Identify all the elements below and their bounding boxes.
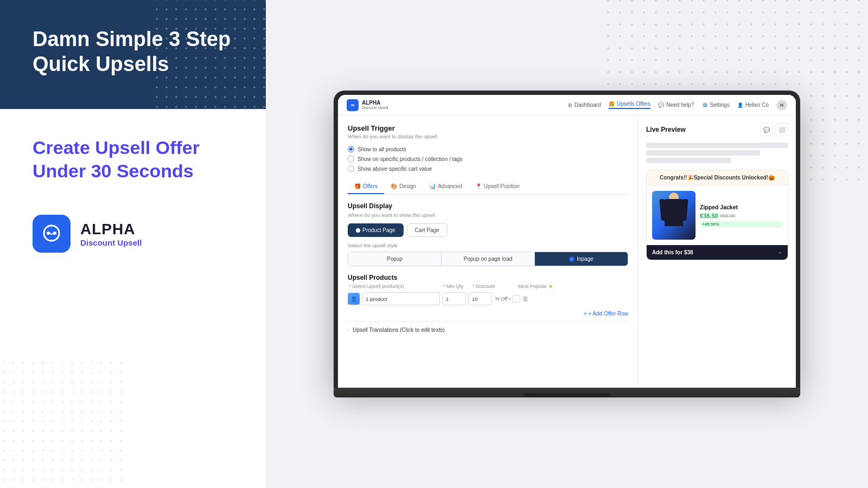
nav-upsells[interactable]: 🍔 Upsells Offers — [609, 101, 651, 109]
add-icon: + — [584, 311, 587, 317]
nav-logo: ∞ ALPHA Discount Upsell — [347, 99, 388, 111]
cart-page-label: Cart Page — [415, 227, 439, 233]
translations-chevron-icon: › — [348, 328, 349, 333]
products-header: * Select Upsell product(s) * Min Qty * D… — [348, 284, 628, 289]
preview-chat-icon[interactable]: 💬 — [760, 123, 773, 136]
radio-unchecked-1 — [348, 156, 354, 162]
translations-row[interactable]: › Upsell Translations (Click to edit tex… — [348, 321, 628, 338]
col-qty: * Min Qty — [443, 284, 470, 289]
radio-specific-products[interactable]: Show on specific products / collection /… — [348, 156, 628, 162]
hero-title: Damn Simple 3 Step Quick Upsells — [33, 27, 239, 76]
add-btn-label: Add this for $38 — [652, 249, 693, 255]
upsells-icon: 🍔 — [609, 101, 615, 107]
tab-upsell-position[interactable]: 📍 Upsell Position — [469, 179, 526, 194]
translations-label: Upsell Translations (Click to edit texts… — [353, 327, 445, 333]
skel-1 — [646, 143, 788, 148]
laptop-screen-outer: ∞ ALPHA Discount Upsell ⊞ Dashboard — [334, 91, 800, 388]
discount-unit-label: % Off — [495, 296, 507, 301]
hero-section: Damn Simple 3 Step Quick Upsells — [0, 0, 266, 109]
tab-advanced[interactable]: 📊 Advanced — [423, 179, 468, 194]
product-name-field[interactable]: 1 product — [362, 292, 440, 305]
style-popup[interactable]: Popup — [348, 252, 442, 266]
cart-page-btn[interactable]: Cart Page — [407, 223, 448, 237]
nav-settings[interactable]: ⚙️ Settings — [702, 102, 730, 108]
delete-row-btn[interactable]: 🗑 — [522, 295, 529, 303]
logo-alpha-label: ALPHA — [80, 221, 142, 238]
brand-logo: ALPHA Discount Upsell — [33, 215, 233, 253]
nav-avatar[interactable]: H — [776, 100, 787, 111]
style-inpage[interactable]: ✓ Inpage — [535, 252, 628, 266]
radio-unchecked-2 — [348, 165, 354, 172]
design-icon: 🎨 — [391, 183, 397, 189]
radio-all-products[interactable]: Show to all products — [348, 146, 628, 152]
col-popular: Most Popular ★ — [518, 284, 561, 289]
radio-all-label: Show to all products — [358, 146, 406, 152]
form-section: Upsell Trigger When do you want to displ… — [338, 115, 639, 388]
discount-field[interactable]: 10 — [468, 292, 492, 305]
preview-add-btn[interactable]: Add this for $38 → — [647, 245, 788, 260]
price-old: €55,00 — [720, 213, 736, 219]
tab-design[interactable]: 🎨 Design — [384, 179, 423, 194]
preview-title: Live Preview — [646, 126, 686, 133]
radio-cart-value[interactable]: Show above specific cart value — [348, 165, 628, 172]
right-panel: ∞ ALPHA Discount Upsell ⊞ Dashboard — [266, 0, 868, 488]
nav-sub: Discount Upsell — [362, 106, 388, 110]
nav-settings-label: Settings — [710, 102, 730, 108]
display-desc: Where do you want to show the upsell — [348, 212, 628, 218]
cta-section: Create Upsell Offer Under 30 Seconds ALP… — [0, 109, 266, 488]
user-icon: 👤 — [737, 102, 743, 108]
style-popup-load[interactable]: Popup on page load — [442, 252, 535, 266]
nav-help[interactable]: 💬 Need help? — [658, 102, 694, 108]
preview-tablet-icon[interactable]: ⬜ — [775, 123, 788, 136]
logo-subtitle: Discount Upsell — [80, 238, 142, 247]
discount-value: 10 — [472, 296, 478, 302]
nav-user-label: Helixo Co — [745, 102, 769, 108]
laptop-mockup: ∞ ALPHA Discount Upsell ⊞ Dashboard — [334, 91, 800, 397]
product-page-label: Product Page — [362, 227, 395, 233]
laptop-base — [334, 388, 800, 397]
style-label: Select the upsell style — [348, 242, 628, 248]
product-page-btn[interactable]: Product Page — [348, 223, 404, 237]
preview-card-body: Zipped Jacket €38,50 €55,00 +45.50% — [647, 185, 788, 245]
skel-2 — [646, 150, 760, 156]
product-row: 👤 1 product 1 10 — [348, 292, 628, 305]
nav-dashboard-label: Dashboard — [575, 102, 601, 108]
add-offer-label: + Add Offer Row — [589, 311, 628, 317]
tab-position-label: Upsell Position — [484, 183, 520, 189]
preview-product-info: Zipped Jacket €38,50 €55,00 +45.50% — [700, 204, 782, 227]
tabs-row: 🎁 Offers 🎨 Design 📊 Advanced — [348, 179, 628, 195]
trigger-radio-group: Show to all products Show on specific pr… — [348, 146, 628, 172]
add-offer-btn[interactable]: + + Add Offer Row — [584, 311, 628, 317]
tab-offers[interactable]: 🎁 Offers — [348, 179, 384, 194]
popular-checkbox[interactable] — [513, 295, 520, 303]
products-title: Upsell Products — [348, 274, 628, 281]
preview-prices: €38,50 €55,00 — [700, 213, 782, 219]
popup-load-label: Popup on page load — [464, 256, 513, 262]
col-product: * Select Upsell product(s) — [349, 284, 441, 289]
nav-items: ⊞ Dashboard 🍔 Upsells Offers 💬 Need help… — [568, 100, 787, 111]
radio-specific-label: Show on specific products / collection /… — [358, 156, 462, 162]
laptop-screen-inner: ∞ ALPHA Discount Upsell ⊞ Dashboard — [338, 95, 796, 388]
discount-unit: % Off ▾ — [495, 296, 510, 301]
preview-icons: 💬 ⬜ — [760, 123, 788, 136]
preview-product-image — [652, 191, 695, 240]
col-discount: * Discount — [473, 284, 516, 289]
tab-offers-label: Offers — [363, 183, 378, 189]
nav-dashboard[interactable]: ⊞ Dashboard — [568, 102, 601, 108]
qty-field[interactable]: 1 — [442, 292, 466, 305]
left-panel: Damn Simple 3 Step Quick Upsells Create … — [0, 0, 266, 488]
nav-user[interactable]: 👤 Helixo Co — [737, 102, 769, 108]
dashboard-icon: ⊞ — [568, 102, 572, 108]
main-area: Upsell Trigger When do you want to displ… — [338, 115, 796, 388]
preview-skeleton — [646, 143, 788, 163]
display-title: Upsell Display — [348, 202, 628, 210]
logo-svg — [41, 223, 62, 245]
price-new: €38,50 — [700, 213, 718, 219]
qty-value: 1 — [446, 296, 449, 302]
product-thumb: 👤 — [348, 293, 360, 305]
top-nav: ∞ ALPHA Discount Upsell ⊞ Dashboard — [338, 95, 796, 115]
offers-icon: 🎁 — [354, 183, 361, 189]
skel-3 — [646, 158, 731, 163]
cta-title: Create Upsell Offer Under 30 Seconds — [33, 136, 233, 182]
advanced-icon: 📊 — [429, 183, 436, 189]
